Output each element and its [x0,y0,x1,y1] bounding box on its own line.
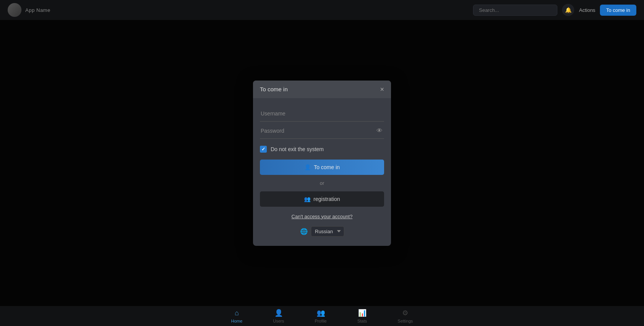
close-button[interactable]: × [380,86,384,93]
stats-icon: 📊 [358,309,366,317]
modal-body: 👁 Do not exit the system 👤 To come in or… [253,98,391,246]
navbar-right: 🔔 Actions To come in [473,4,636,16]
username-wrapper [260,106,384,122]
remember-label: Do not exit the system [271,146,324,152]
search-input[interactable] [473,5,557,16]
remember-checkbox[interactable] [260,146,267,153]
users-icon: 👤 [274,309,283,317]
modal-header: To come in × [253,81,391,98]
remember-row: Do not exit the system [260,146,384,153]
login-button-label: To come in [314,164,340,170]
brand-label: App Name [25,7,50,13]
login-button[interactable]: 👤 To come in [260,160,384,175]
toggle-password-icon[interactable]: 👁 [376,127,383,134]
language-select[interactable]: Russian English [311,226,344,237]
password-wrapper: 👁 [260,123,384,139]
forgot-link[interactable]: Can't access your account? [260,214,384,219]
register-button[interactable]: 👥 registration [260,191,384,207]
login-icon: 👤 [304,164,311,170]
navbar: App Name 🔔 Actions To come in [0,0,644,20]
nav-text-button[interactable]: Actions [579,7,595,13]
or-divider: or [260,180,384,186]
bottom-nav-users[interactable]: 👤 Users [273,309,284,323]
username-input[interactable] [260,106,384,121]
notification-icon[interactable]: 🔔 [562,4,574,16]
modal-overlay: To come in × 👁 Do not exit the system 👤 [0,20,644,306]
settings-icon: ⚙ [402,309,408,317]
bottom-navbar: ⌂ Home 👤 Users 👥 Profile 📊 Stats ⚙ Setti… [0,306,644,326]
bottom-nav-users-label: Users [273,319,284,323]
bottom-nav-stats[interactable]: 📊 Stats [357,309,367,323]
or-text: or [320,180,324,186]
register-button-label: registration [314,196,340,202]
bottom-nav-profile[interactable]: 👥 Profile [315,309,327,323]
modal-title: To come in [260,86,288,92]
bottom-nav-settings-label: Settings [398,319,413,323]
password-input[interactable] [260,123,384,138]
login-modal: To come in × 👁 Do not exit the system 👤 [253,81,391,246]
bottom-nav-home-label: Home [231,319,242,323]
nav-login-button[interactable]: To come in [600,5,636,16]
bottom-nav-profile-label: Profile [315,319,327,323]
bottom-nav-stats-label: Stats [357,319,367,323]
home-icon: ⌂ [235,309,239,317]
language-row: 🌐 Russian English [260,226,384,237]
avatar [8,3,21,17]
bottom-nav-home[interactable]: ⌂ Home [231,309,242,323]
globe-icon: 🌐 [300,228,308,235]
navbar-left: App Name [8,3,50,17]
profile-icon: 👥 [317,309,325,317]
bottom-nav-settings[interactable]: ⚙ Settings [398,309,413,323]
register-icon: 👥 [304,196,310,202]
